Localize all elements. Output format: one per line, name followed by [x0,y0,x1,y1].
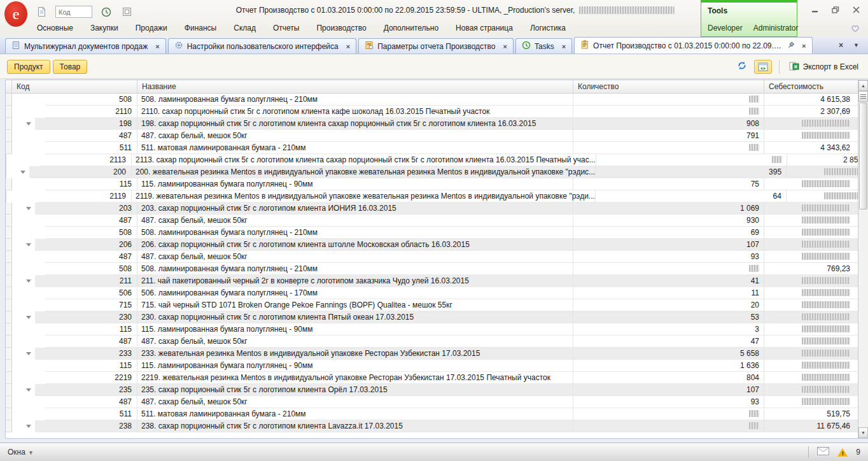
table-row[interactable]: 200200. жевательная резинка Mentos в инд… [6,166,858,178]
collapse-chevron-icon[interactable] [20,171,25,174]
table-row[interactable]: 206206. сахар порционный стик 5г с логот… [6,239,858,251]
export-excel-button[interactable]: Экспорт в Excel [787,60,861,74]
row-cost [764,311,858,323]
table-row[interactable]: 115115. ламинированная бумага полуглянец… [6,360,858,372]
collapse-chevron-icon[interactable] [26,243,31,246]
table-row[interactable]: 230230. сахар порционный стик 5г с логот… [6,311,858,323]
table-row[interactable]: 487487. сахар белый, мешок 50кг791 [6,130,858,142]
table-row[interactable]: 506506. ламинированная бумага полуглянец… [6,287,858,299]
scroll-down-icon[interactable]: ▼ [858,427,868,438]
menu-item[interactable]: Логистика [530,24,566,32]
table-row[interactable]: 487487. сахар белый, мешок 50кг93 [6,396,858,408]
collapse-chevron-icon[interactable] [26,352,31,355]
tools-role-item[interactable]: Administrator [753,24,799,32]
table-row[interactable]: 511511. матовая ламинированная бумага - … [6,408,858,420]
table-row[interactable]: 508508. ламинированная бумага полуглянец… [6,227,858,239]
tab[interactable]: Параметры отчета Производство× [358,38,514,53]
table-row[interactable]: 21192119. жевательная резинка Mentos в и… [6,190,858,202]
tab[interactable]: Отчет Производство с 01.03.2015 0:00:00 … [574,37,812,53]
layers-icon[interactable] [120,5,134,18]
table-row[interactable]: 21102110. сахар порционный стик 5г с лог… [6,106,858,118]
column-header-qty[interactable]: Количество [573,80,764,93]
table-row[interactable]: 233233. жевательная резинка Mentos в инд… [6,348,858,360]
collapse-chevron-icon[interactable] [26,122,31,125]
filter-button[interactable]: Товар [53,60,88,74]
table-row[interactable]: 235235. сахар порционный стик 5г с логот… [6,384,858,396]
refresh-icon[interactable] [737,60,747,73]
table-row[interactable]: 487487. сахар белый, мешок 50кг47 [6,336,858,348]
pin-icon[interactable] [788,41,794,50]
table-row[interactable]: 487487. сахар белый, мешок 50кг930 [6,215,858,227]
table-row[interactable]: 198198. сахар порционный стик 5г с логот… [6,118,858,130]
tools-role-item[interactable]: Developer [708,24,743,32]
menu-item[interactable]: Отчеты [273,24,299,32]
grid-options-icon[interactable] [858,91,868,102]
code-input[interactable] [55,6,92,18]
messages-envelope-icon[interactable] [817,447,829,457]
windows-menu-button[interactable]: Окна▼ [8,448,34,457]
menu-item[interactable]: Продажи [136,24,167,32]
column-header-name[interactable]: Название [137,80,573,93]
scrollbar-track[interactable] [858,210,868,427]
menu-item[interactable]: Основные [37,24,73,32]
history-clock-icon[interactable] [99,5,113,19]
table-row[interactable]: 22192219. жевательная резинка Mentos в и… [6,372,858,384]
menu-item[interactable]: Финансы [185,24,216,32]
filter-button[interactable]: Продукт [7,60,50,74]
column-header-code[interactable]: Код [12,80,137,93]
restore-button[interactable] [830,5,841,14]
table-row[interactable]: 508508. ламинированная бумага полуглянец… [6,263,858,275]
menu-item[interactable]: Дополнительно [384,24,438,32]
tab-close-icon[interactable]: × [802,42,806,50]
row-name: 508. ламинированная бумага полуглянец - … [137,263,573,275]
table-row[interactable]: 203203. сахар порционный стик 5г с логот… [6,202,858,215]
table-row[interactable]: 511511. матовая ламинированная бумага - … [6,142,858,154]
tab[interactable]: Мультижурнал документов продаж× [5,38,166,53]
vertical-scrollbar[interactable]: ▲ ▼ [858,80,868,438]
table-row[interactable]: 211211. чай пакетированный черный 2г в к… [6,275,858,287]
collapse-chevron-icon[interactable] [26,425,31,428]
new-document-icon[interactable] [35,4,48,19]
redacted-value [802,374,850,381]
table-row[interactable]: 115115. ламинированная бумага полуглянец… [6,323,858,336]
menu-item[interactable]: Закупки [90,24,118,32]
tab-close-icon[interactable]: × [346,43,350,50]
warning-icon[interactable]: ! [837,448,848,457]
tab-close-icon[interactable]: × [562,43,566,50]
table-row[interactable]: 21132113. сахар порционный стик 5г с лог… [6,154,858,166]
column-header-cost[interactable]: Себестоимость [764,80,858,93]
table-row[interactable]: 487487. сахар белый, мешок 50кг93 [6,251,858,263]
scrollbar-thumb[interactable] [859,103,867,209]
favorites-heart-icon[interactable] [851,24,860,34]
table-row[interactable]: 508508. ламинированная бумага полуглянец… [6,94,858,106]
toggle-panels-button[interactable] [754,60,772,74]
statusbar-separator [808,446,809,458]
row-qty: 20 [573,299,764,311]
menu-item[interactable]: Производство [316,24,366,32]
tab[interactable]: Tasks× [515,38,572,53]
table-row[interactable]: 715715. чай черный STD 1071 Broken Orang… [6,299,858,311]
menu-item[interactable]: Новая страница [456,24,513,32]
collapse-chevron-icon[interactable] [26,316,31,319]
row-name: 203. сахар порционный стик 5г с логотипо… [137,202,573,215]
row-cost: 2 858,62 [787,154,858,166]
tab-close-icon[interactable]: × [155,43,159,50]
collapse-chevron-icon[interactable] [26,280,31,283]
collapse-chevron-icon[interactable] [26,388,31,392]
collapse-chevron-icon[interactable] [26,207,31,210]
table-row[interactable]: 238238. сахар порционный стик 5г с логот… [6,420,858,432]
row-qty [573,263,764,275]
minimize-button[interactable] [809,5,821,14]
scroll-up-icon[interactable]: ▲ [858,80,868,91]
tools-panel: Tools DeveloperAdministrator [701,0,797,37]
close-tab-icon[interactable]: × [839,41,843,50]
row-name: 2113. сахар порционный стик 5г с логотип… [132,154,596,166]
tab[interactable]: Настройки пользовательского интерфейса× [168,38,357,53]
table-row[interactable]: 115115. ламинированная бумага полуглянец… [6,178,858,190]
close-button[interactable] [850,5,862,14]
window-title: Отчет Производство с 01.03.2015 0:00:00 … [236,6,675,15]
menu-item[interactable]: Склад [234,24,256,32]
tab-list-dropdown-icon[interactable]: ▼ [853,42,859,48]
tab-close-icon[interactable]: × [503,43,507,50]
row-indent [12,94,45,106]
